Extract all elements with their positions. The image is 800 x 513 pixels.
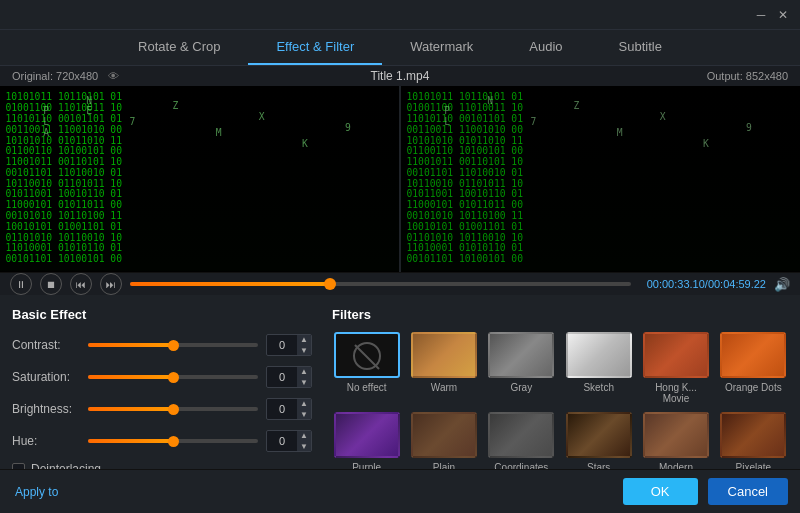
video-panels: 10101011 10110101 01 01001100 11010011 1… bbox=[0, 86, 800, 272]
preview-title: Title 1.mp4 bbox=[371, 69, 430, 83]
hue-thumb bbox=[168, 436, 179, 447]
main-content: Original: 720x480 👁 Title 1.mp4 Output: … bbox=[0, 66, 800, 513]
saturation-spinners: ▲ ▼ bbox=[297, 366, 311, 388]
contrast-thumb bbox=[168, 340, 179, 351]
filter-label-warm: Warm bbox=[431, 382, 457, 393]
ok-button[interactable]: OK bbox=[623, 478, 698, 505]
filter-plain[interactable]: Plain bbox=[409, 412, 478, 473]
filter-thumb-coordinates bbox=[488, 412, 554, 458]
saturation-input[interactable] bbox=[267, 371, 297, 383]
hue-input-wrap: ▲ ▼ bbox=[266, 430, 312, 452]
contrast-fill bbox=[88, 343, 173, 347]
hue-slider[interactable] bbox=[88, 439, 258, 443]
filter-warm[interactable]: Warm bbox=[409, 332, 478, 404]
preview-label-bar: Original: 720x480 👁 Title 1.mp4 Output: … bbox=[0, 66, 800, 86]
progress-bar[interactable] bbox=[130, 282, 631, 286]
filter-thumb-stars bbox=[566, 412, 632, 458]
output-label: Output: 852x480 bbox=[707, 70, 788, 82]
filter-thumb-pixelate bbox=[720, 412, 786, 458]
filter-thumb-sketch bbox=[566, 332, 632, 378]
hue-up[interactable]: ▲ bbox=[297, 430, 311, 441]
brightness-label: Brightness: bbox=[12, 402, 80, 416]
hue-fill bbox=[88, 439, 173, 443]
filter-label-orange-dots: Orange Dots bbox=[725, 382, 782, 393]
filter-gray[interactable]: Gray bbox=[487, 332, 556, 404]
tab-rotate-crop[interactable]: Rotate & Crop bbox=[110, 30, 248, 65]
tab-watermark[interactable]: Watermark bbox=[382, 30, 501, 65]
filter-label-gray: Gray bbox=[510, 382, 532, 393]
saturation-down[interactable]: ▼ bbox=[297, 377, 311, 388]
saturation-slider[interactable] bbox=[88, 375, 258, 379]
filtered-video-panel: 10101011 10110101 01 01001100 11010011 1… bbox=[399, 86, 800, 272]
filter-sketch[interactable]: Sketch bbox=[564, 332, 633, 404]
filter-thumb-gray bbox=[488, 332, 554, 378]
hue-input[interactable] bbox=[267, 435, 297, 447]
controls-bar: ⏸ ⏹ ⏮ ⏭ 00:00:33.10/00:04:59.22 🔊 bbox=[0, 272, 800, 295]
filter-modern[interactable]: Modern bbox=[641, 412, 710, 473]
brightness-down[interactable]: ▼ bbox=[297, 409, 311, 420]
brightness-row: Brightness: ▲ ▼ bbox=[12, 398, 312, 420]
contrast-input-wrap: ▲ ▼ bbox=[266, 334, 312, 356]
volume-icon[interactable]: 🔊 bbox=[774, 277, 790, 292]
brightness-up[interactable]: ▲ bbox=[297, 398, 311, 409]
contrast-down[interactable]: ▼ bbox=[297, 345, 311, 356]
brightness-input-wrap: ▲ ▼ bbox=[266, 398, 312, 420]
contrast-spinners: ▲ ▼ bbox=[297, 334, 311, 356]
progress-thumb bbox=[324, 278, 336, 290]
tab-bar: Rotate & Crop Effect & Filter Watermark … bbox=[0, 30, 800, 66]
svg-rect-3 bbox=[0, 87, 399, 270]
filter-coordinates[interactable]: Coordinates bbox=[487, 412, 556, 473]
close-button[interactable]: ✕ bbox=[774, 6, 792, 24]
original-label: Original: 720x480 bbox=[12, 70, 98, 82]
hue-label: Hue: bbox=[12, 434, 80, 448]
filter-purple[interactable]: Purple bbox=[332, 412, 401, 473]
filter-thumb-modern bbox=[643, 412, 709, 458]
pause-button[interactable]: ⏸ bbox=[10, 273, 32, 295]
filter-thumb-hk-movie bbox=[643, 332, 709, 378]
hue-row: Hue: ▲ ▼ bbox=[12, 430, 312, 452]
next-button[interactable]: ⏭ bbox=[100, 273, 122, 295]
tab-subtitle[interactable]: Subtitle bbox=[591, 30, 690, 65]
saturation-input-wrap: ▲ ▼ bbox=[266, 366, 312, 388]
stop-button[interactable]: ⏹ bbox=[40, 273, 62, 295]
progress-fill bbox=[130, 282, 330, 286]
filter-pixelate[interactable]: Pixelate bbox=[719, 412, 788, 473]
title-bar: ─ ✕ bbox=[0, 0, 800, 30]
saturation-fill bbox=[88, 375, 173, 379]
filter-orange-dots[interactable]: Orange Dots bbox=[719, 332, 788, 404]
basic-effect-title: Basic Effect bbox=[12, 307, 312, 322]
contrast-up[interactable]: ▲ bbox=[297, 334, 311, 345]
filter-thumb-orange-dots bbox=[720, 332, 786, 378]
saturation-label: Saturation: bbox=[12, 370, 80, 384]
filter-stars[interactable]: Stars bbox=[564, 412, 633, 473]
eye-icon[interactable]: 👁 bbox=[108, 70, 119, 82]
cancel-button[interactable]: Cancel bbox=[708, 478, 788, 505]
brightness-spinners: ▲ ▼ bbox=[297, 398, 311, 420]
saturation-up[interactable]: ▲ bbox=[297, 366, 311, 377]
filters-grid: No effect Warm Gray Sketch bbox=[332, 332, 788, 473]
filter-no-effect[interactable]: No effect bbox=[332, 332, 401, 404]
contrast-slider[interactable] bbox=[88, 343, 258, 347]
filter-hk-movie[interactable]: Hong K... Movie bbox=[641, 332, 710, 404]
filter-thumb-warm bbox=[411, 332, 477, 378]
prev-button[interactable]: ⏮ bbox=[70, 273, 92, 295]
filter-label-sketch: Sketch bbox=[583, 382, 614, 393]
original-video-panel: 10101011 10110101 01 01001100 11010011 1… bbox=[0, 86, 399, 272]
filter-thumb-plain bbox=[411, 412, 477, 458]
tab-audio[interactable]: Audio bbox=[501, 30, 590, 65]
brightness-slider[interactable] bbox=[88, 407, 258, 411]
hue-down[interactable]: ▼ bbox=[297, 441, 311, 452]
minimize-button[interactable]: ─ bbox=[752, 6, 770, 24]
filter-label-no-effect: No effect bbox=[347, 382, 387, 393]
apply-to-label[interactable]: Apply to bbox=[15, 485, 58, 499]
saturation-row: Saturation: ▲ ▼ bbox=[12, 366, 312, 388]
contrast-input[interactable] bbox=[267, 339, 297, 351]
filter-thumb-purple bbox=[334, 412, 400, 458]
svg-rect-7 bbox=[401, 87, 800, 270]
brightness-thumb bbox=[168, 404, 179, 415]
contrast-row: Contrast: ▲ ▼ bbox=[12, 334, 312, 356]
filter-thumb-no-effect bbox=[334, 332, 400, 378]
brightness-input[interactable] bbox=[267, 403, 297, 415]
tab-effect-filter[interactable]: Effect & Filter bbox=[248, 30, 382, 65]
hue-spinners: ▲ ▼ bbox=[297, 430, 311, 452]
